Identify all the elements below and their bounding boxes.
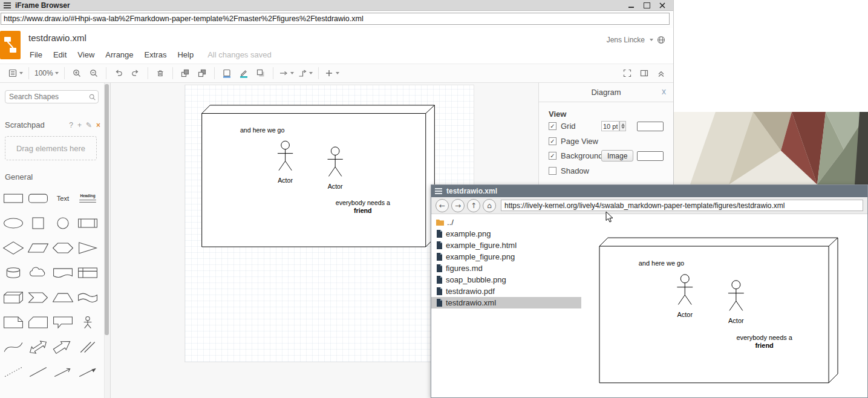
menu-file[interactable]: File bbox=[24, 50, 48, 59]
shape-heading[interactable]: Heading bbox=[75, 186, 100, 210]
waypoints-button[interactable] bbox=[296, 66, 315, 80]
redo-button[interactable] bbox=[127, 66, 144, 80]
search-icon[interactable] bbox=[88, 93, 97, 102]
shape-arrow[interactable] bbox=[75, 359, 100, 384]
shape-actor[interactable] bbox=[75, 310, 100, 334]
home-button[interactable]: ⌂ bbox=[483, 199, 496, 212]
shape-process[interactable] bbox=[75, 210, 100, 235]
shape-rounded-rectangle[interactable] bbox=[25, 186, 50, 210]
menu-help[interactable]: Help bbox=[172, 50, 199, 59]
shape-triangle[interactable] bbox=[75, 235, 100, 260]
grid-checkbox[interactable]: ✓ bbox=[549, 122, 556, 130]
shape-tape[interactable] bbox=[75, 285, 100, 310]
menu-edit[interactable]: Edit bbox=[48, 50, 72, 59]
maximize-button[interactable] bbox=[642, 1, 651, 9]
fit-page-icon[interactable] bbox=[622, 68, 632, 78]
background-image-button[interactable]: Image bbox=[601, 150, 633, 161]
line-color-button[interactable] bbox=[235, 66, 252, 80]
shape-callout[interactable] bbox=[50, 310, 75, 334]
menu-view[interactable]: View bbox=[72, 50, 100, 59]
connection-button[interactable] bbox=[277, 66, 296, 80]
fill-color-button[interactable] bbox=[218, 66, 235, 80]
background-color-swatch[interactable] bbox=[637, 151, 664, 161]
minimize-button[interactable] bbox=[626, 1, 636, 9]
shape-internal-storage[interactable] bbox=[75, 260, 100, 285]
shape-cube[interactable] bbox=[1, 285, 25, 310]
spinner-down-icon[interactable] bbox=[621, 126, 625, 129]
spinner-up-icon[interactable] bbox=[621, 123, 625, 126]
window-menu-icon[interactable] bbox=[4, 1, 11, 10]
shape-step[interactable] bbox=[25, 285, 50, 310]
shape-block-arrow[interactable] bbox=[50, 334, 75, 359]
grid-color-swatch[interactable] bbox=[637, 122, 664, 131]
menu-extras[interactable]: Extras bbox=[139, 50, 172, 59]
background-checkbox[interactable]: ✓ bbox=[549, 152, 556, 160]
scratchpad-dropzone[interactable]: Drag elements here bbox=[5, 136, 97, 160]
shape-rectangle[interactable] bbox=[1, 186, 25, 210]
shape-trapezoid[interactable] bbox=[50, 285, 75, 310]
shape-ellipse[interactable] bbox=[1, 210, 25, 235]
file-row-parent-dir[interactable]: ../ bbox=[431, 217, 581, 228]
to-front-button[interactable] bbox=[177, 66, 194, 80]
shape-document[interactable] bbox=[50, 260, 75, 285]
format-panel-tab-diagram[interactable]: Diagram bbox=[539, 83, 673, 102]
shape-curve[interactable] bbox=[1, 334, 25, 359]
scratchpad-edit-icon[interactable]: ✎ bbox=[86, 121, 92, 129]
window-menu-icon[interactable] bbox=[435, 187, 442, 195]
shape-bidirectional-arrow[interactable] bbox=[25, 334, 50, 359]
page-view-checkbox[interactable]: ✓ bbox=[549, 137, 556, 145]
undo-button[interactable] bbox=[110, 66, 127, 80]
file-row[interactable]: example_figure.png bbox=[431, 251, 581, 263]
shadow-checkbox[interactable] bbox=[549, 167, 556, 175]
cube-shape[interactable] bbox=[202, 105, 435, 247]
actor-2-label[interactable]: Actor bbox=[328, 183, 343, 190]
view-button[interactable] bbox=[6, 66, 25, 80]
back-button[interactable]: ← bbox=[436, 199, 449, 212]
file-row[interactable]: example.png bbox=[431, 228, 581, 240]
file-row[interactable]: figures.md bbox=[431, 263, 581, 274]
insert-button[interactable] bbox=[322, 66, 341, 80]
address-bar[interactable] bbox=[1, 13, 670, 25]
shape-diamond[interactable] bbox=[1, 235, 25, 260]
shape-open-arrow[interactable] bbox=[50, 359, 75, 384]
zoom-level-dropdown[interactable]: 100% bbox=[33, 66, 60, 80]
shape-cloud[interactable] bbox=[25, 260, 50, 285]
zoom-out-button[interactable] bbox=[85, 66, 102, 80]
sidebar-scrollbar-thumb[interactable] bbox=[105, 84, 109, 335]
note-text-line2[interactable]: friend bbox=[354, 207, 372, 214]
to-back-button[interactable] bbox=[194, 66, 210, 80]
shape-cylinder[interactable] bbox=[1, 260, 25, 285]
scratchpad-add-icon[interactable]: + bbox=[77, 121, 82, 129]
shape-square[interactable] bbox=[25, 210, 50, 235]
up-button[interactable]: ↑ bbox=[467, 199, 480, 212]
shape-text[interactable]: Text bbox=[50, 186, 75, 210]
delete-button[interactable] bbox=[152, 66, 169, 80]
file-url-input[interactable] bbox=[501, 200, 863, 211]
shape-circle[interactable] bbox=[50, 210, 75, 235]
user-menu[interactable]: Jens Lincke bbox=[607, 35, 666, 45]
format-panel-toggle-icon[interactable] bbox=[639, 68, 649, 78]
format-panel-close-icon[interactable]: x bbox=[662, 86, 666, 96]
file-row[interactable]: example_figure.html bbox=[431, 240, 581, 251]
note-text-line1[interactable]: everybody needs a bbox=[336, 199, 390, 206]
shape-parallelogram[interactable] bbox=[25, 235, 50, 260]
file-row-selected[interactable]: testdrawio.xml bbox=[431, 297, 581, 308]
section-general[interactable]: General bbox=[5, 172, 33, 181]
shape-link[interactable] bbox=[75, 334, 100, 359]
scratchpad-close-icon[interactable]: × bbox=[96, 121, 100, 129]
file-row[interactable]: soap_bubble.png bbox=[431, 274, 581, 285]
close-button[interactable] bbox=[658, 1, 667, 9]
language-globe-icon[interactable] bbox=[656, 35, 666, 45]
collapse-toolbar-icon[interactable] bbox=[656, 68, 666, 78]
shape-hexagon[interactable] bbox=[50, 235, 75, 260]
shadow-button[interactable] bbox=[252, 66, 269, 80]
grid-size-spinner[interactable] bbox=[619, 121, 626, 131]
grid-size-input[interactable] bbox=[601, 121, 619, 131]
shape-line[interactable] bbox=[25, 359, 50, 384]
shape-dotted-line[interactable] bbox=[1, 359, 25, 384]
shape-note[interactable] bbox=[1, 310, 25, 334]
shape-card[interactable] bbox=[25, 310, 50, 334]
zoom-in-button[interactable] bbox=[68, 66, 85, 80]
scratchpad-help-icon[interactable]: ? bbox=[69, 121, 73, 129]
menu-arrange[interactable]: Arrange bbox=[100, 50, 139, 59]
